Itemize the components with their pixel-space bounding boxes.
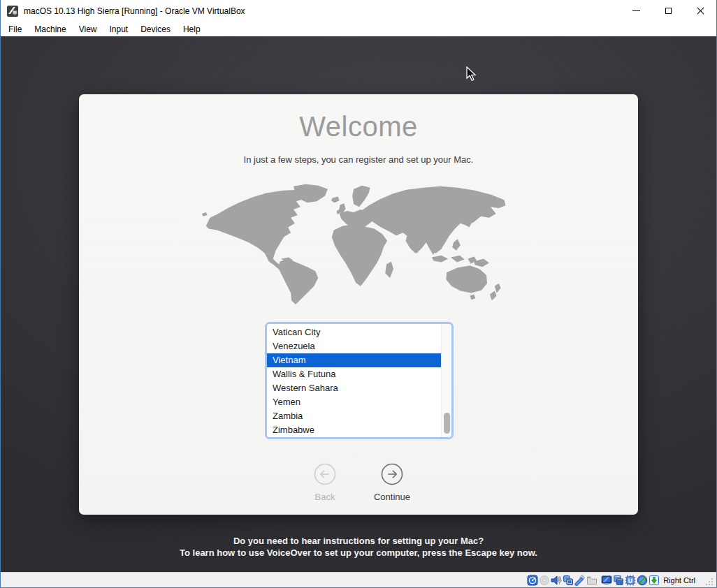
voiceover-line1: Do you need to hear instructions for set…	[1, 535, 716, 547]
menu-input[interactable]: Input	[103, 23, 135, 36]
continue-label: Continue	[358, 492, 426, 502]
optical-disc-icon[interactable]	[539, 575, 550, 586]
virtualbox-window: macOS 10.13 High Sierra [Running] - Orac…	[0, 0, 717, 588]
usb-icon[interactable]	[574, 575, 586, 586]
country-option[interactable]: Wallis & Futuna	[267, 367, 441, 381]
minimize-icon	[632, 10, 640, 11]
country-option[interactable]: Zambia	[267, 409, 441, 423]
world-map-image	[198, 181, 519, 307]
country-option[interactable]: Western Sahara	[267, 381, 441, 395]
maximize-button[interactable]	[652, 0, 684, 22]
country-option[interactable]: Yemen	[267, 395, 441, 409]
recording-icon[interactable]	[613, 575, 624, 586]
menu-machine[interactable]: Machine	[28, 23, 72, 36]
host-key-label: Right Ctrl	[663, 576, 695, 585]
country-option[interactable]: Venezuela	[267, 339, 441, 353]
virtualbox-logo-icon	[6, 5, 19, 17]
vm-screen: Welcome In just a few steps, you can reg…	[1, 36, 716, 573]
menu-help[interactable]: Help	[177, 23, 207, 36]
scrollbar-thumb[interactable]	[444, 413, 450, 434]
title-bar[interactable]: macOS 10.13 High Sierra [Running] - Orac…	[1, 0, 716, 22]
features-chip-icon[interactable]	[625, 575, 636, 586]
menu-bar: File Machine View Input Devices Help	[1, 22, 716, 36]
status-bar: Right Ctrl	[1, 572, 716, 587]
country-list: Vatican City Venezuela Vietnam Wallis & …	[267, 324, 441, 437]
voiceover-hint: Do you need to hear instructions for set…	[1, 535, 716, 559]
country-listbox[interactable]: Vatican City Venezuela Vietnam Wallis & …	[265, 322, 454, 439]
resize-grip[interactable]	[705, 578, 714, 586]
window-title: macOS 10.13 High Sierra [Running] - Orac…	[24, 6, 245, 16]
close-button[interactable]	[684, 0, 716, 22]
menu-view[interactable]: View	[73, 23, 103, 36]
audio-icon[interactable]	[551, 575, 562, 586]
mouse-cursor	[466, 66, 477, 82]
network-icon[interactable]	[563, 575, 574, 586]
hard-disk-icon[interactable]	[527, 575, 538, 586]
continue-button[interactable]: Continue	[358, 463, 426, 502]
back-label: Back	[291, 492, 358, 502]
page-subtitle: In just a few steps, you can register an…	[79, 154, 638, 165]
keyboard-capture-icon[interactable]	[649, 575, 660, 586]
shared-folders-icon[interactable]	[586, 575, 598, 586]
voiceover-line2: To learn how to use VoiceOver to set up …	[1, 547, 716, 559]
setup-card: Welcome In just a few steps, you can reg…	[79, 94, 638, 515]
menu-devices[interactable]: Devices	[134, 23, 177, 36]
minimize-button[interactable]	[620, 0, 652, 22]
country-option[interactable]: Zimbabwe	[267, 423, 441, 437]
continue-arrow-icon	[381, 463, 403, 485]
list-scrollbar[interactable]	[441, 324, 451, 437]
close-icon	[697, 7, 704, 15]
maximize-icon	[665, 8, 672, 14]
country-option[interactable]: Vatican City	[267, 325, 441, 339]
back-arrow-icon	[314, 463, 336, 485]
display-icon[interactable]	[601, 575, 612, 586]
page-title: Welcome	[79, 111, 638, 142]
menu-file[interactable]: File	[2, 23, 28, 36]
country-option-selected[interactable]: Vietnam	[267, 353, 441, 367]
mouse-integration-icon[interactable]	[637, 575, 648, 586]
back-button[interactable]: Back	[291, 463, 358, 502]
